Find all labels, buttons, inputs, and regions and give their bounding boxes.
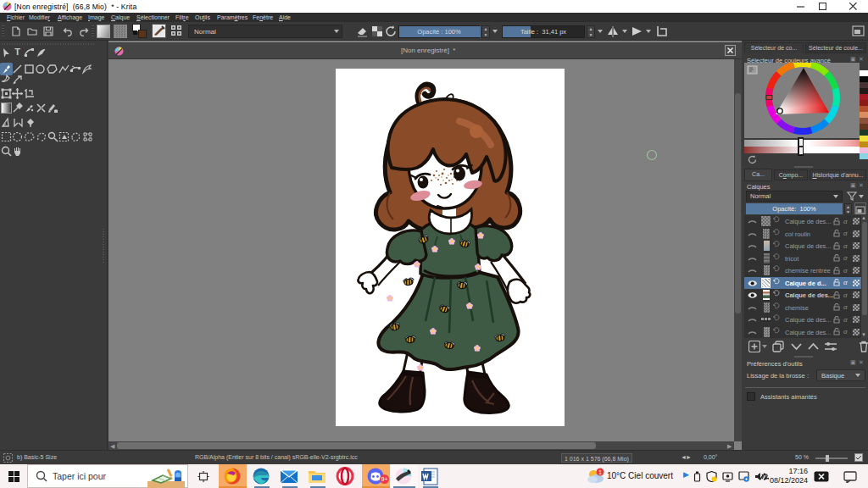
- svg-text:1: 1: [598, 469, 602, 475]
